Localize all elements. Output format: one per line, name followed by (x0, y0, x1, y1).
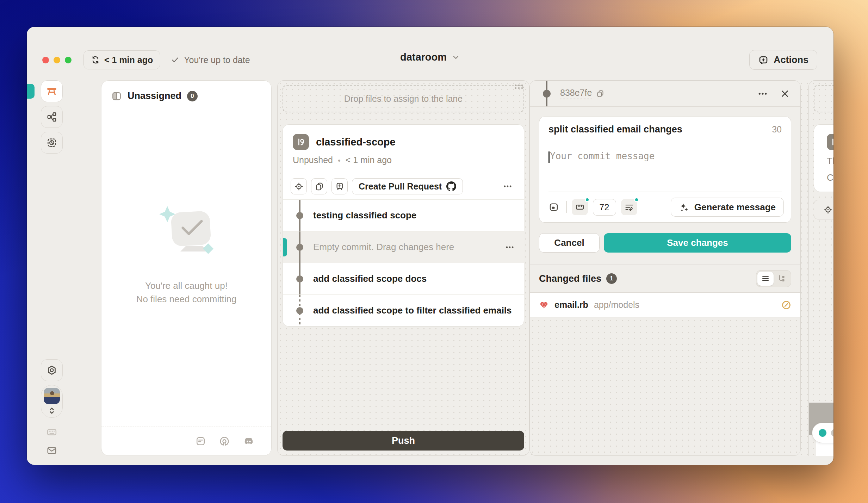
commit-title-input[interactable]: split classified email changes (548, 124, 682, 135)
commit-row[interactable]: add classified scope docs (283, 263, 524, 294)
drawer-header: 838e7fe (530, 81, 800, 107)
tree-view-button[interactable] (774, 272, 790, 286)
sync-button[interactable]: < 1 min ago (83, 50, 160, 69)
user-avatar (44, 388, 60, 404)
traffic-lights (42, 57, 72, 63)
commit-row[interactable]: testing classified scope (283, 199, 524, 231)
next-lane-dropzone[interactable] (814, 85, 833, 112)
cancel-button[interactable]: Cancel (539, 233, 600, 253)
workbench-icon (46, 86, 57, 97)
pager-dot-active[interactable] (819, 429, 826, 437)
selected-commit-indicator (283, 238, 287, 256)
minimize-window-button[interactable] (54, 57, 60, 63)
discord-icon[interactable] (243, 436, 254, 447)
next-lane-text: Th (827, 156, 833, 167)
commit-row[interactable]: add classified scope to filter classifie… (283, 294, 524, 326)
commit-message: add classified scope docs (313, 273, 427, 284)
rail-branches-button[interactable] (41, 106, 63, 128)
next-branch-card[interactable]: Th Cre (814, 124, 833, 192)
commit-row-empty[interactable]: Empty commit. Drag changes here (283, 231, 524, 263)
lane-pager (812, 423, 833, 443)
commit-message: Empty commit. Drag changes here (313, 242, 454, 253)
duplicate-branch-button[interactable] (311, 178, 327, 194)
ruler-toggle-button[interactable] (572, 199, 588, 215)
copy-sha-icon[interactable] (596, 89, 604, 98)
commit-message-input[interactable]: Your commit message (539, 142, 791, 192)
commit-message: testing classified scope (313, 210, 416, 221)
uptodate-status: You're up to date (171, 55, 250, 65)
enabled-indicator-dot (634, 197, 639, 202)
sync-label: < 1 min ago (104, 55, 153, 65)
main-area: Unassigned 0 You're all ca (27, 80, 833, 465)
branch-time: < 1 min ago (346, 155, 392, 165)
pager-dot[interactable] (831, 429, 833, 437)
commit-sha-link[interactable]: 838e7fe (560, 88, 592, 99)
actions-button[interactable]: Actions (749, 50, 817, 70)
changed-file-row[interactable]: email.rb app/models (530, 293, 800, 317)
dot-separator (338, 155, 341, 165)
lane-classified-scope: Drop files to assign to the lane classif (277, 80, 529, 456)
stacked-branch-button[interactable] (331, 178, 348, 194)
branch-status: Unpushed (293, 155, 333, 165)
close-drawer-icon[interactable] (780, 89, 790, 99)
project-name: dataroom (400, 51, 447, 63)
branch-card: classified-scope Unpushed < 1 min ago (283, 124, 524, 327)
feedback-mail-button[interactable] (41, 445, 63, 456)
next-lane-footer (816, 409, 833, 456)
sync-icon (91, 55, 100, 64)
drawer-body: split classified email changes 30 Your c… (530, 107, 800, 455)
next-lane-text: Cre (827, 172, 833, 183)
commit-message: add classified scope to filter classifie… (313, 305, 512, 316)
message-placeholder: Your commit message (550, 151, 655, 161)
commit-node (296, 244, 303, 251)
set-target-button[interactable] (291, 178, 307, 194)
changed-files-count-badge: 1 (606, 273, 617, 284)
generate-label: Generate message (694, 202, 776, 213)
keyboard-shortcuts-button[interactable] (41, 427, 63, 437)
uptodate-label: You're up to date (184, 55, 250, 65)
next-lane-target-button[interactable] (814, 200, 833, 219)
changelog-icon[interactable] (196, 436, 206, 446)
drawer-kebab-menu[interactable] (757, 88, 768, 99)
enabled-indicator-dot (585, 197, 590, 202)
sparkles-icon (679, 202, 689, 212)
commit-node (296, 212, 303, 219)
branch-kebab-menu[interactable] (503, 181, 516, 191)
wrap-text-button[interactable] (621, 199, 637, 215)
titlebar: < 1 min ago You're up to date dataroom (27, 27, 833, 80)
commit-kebab-menu[interactable] (505, 242, 515, 252)
changed-files-title: Changed files (539, 273, 601, 284)
workspace-target-indicator (27, 84, 35, 99)
history-icon (46, 137, 57, 148)
lane-drag-handle-icon[interactable] (514, 83, 524, 90)
close-window-button[interactable] (42, 57, 49, 63)
project-switcher[interactable]: dataroom (400, 51, 460, 63)
branch-header[interactable]: classified-scope Unpushed < 1 min ago (283, 125, 524, 173)
wrap-width-input[interactable] (593, 199, 616, 216)
push-button[interactable]: Push (283, 431, 524, 451)
save-changes-button[interactable]: Save changes (604, 233, 791, 253)
branch-name: classified-scope (316, 136, 396, 148)
open-source-icon[interactable] (219, 436, 230, 447)
modified-status-icon (781, 300, 791, 310)
rail-workspace-button[interactable] (41, 80, 63, 102)
branch-toolbar: Create Pull Request (283, 173, 524, 199)
zoom-window-button[interactable] (65, 57, 72, 63)
lane-dropzone[interactable]: Drop files to assign to the lane (283, 85, 524, 112)
empty-title: You're all caught up! (136, 279, 237, 293)
file-name: email.rb (554, 300, 588, 310)
rail-bottom (41, 359, 63, 456)
chevron-sort-icon (47, 406, 56, 415)
workspace-canvas: Drop files to assign to the lane classif (277, 80, 833, 456)
rail-settings-button[interactable] (41, 359, 63, 381)
editor-mode-button[interactable] (546, 200, 561, 215)
list-view-button[interactable] (757, 272, 774, 286)
rail-history-button[interactable] (41, 132, 63, 154)
generate-message-button[interactable]: Generate message (671, 198, 784, 217)
create-pull-request-button[interactable]: Create Pull Request (352, 178, 463, 194)
check-icon (171, 56, 179, 64)
text-caret (548, 151, 550, 163)
caught-up-illustration (153, 204, 219, 263)
account-switcher[interactable] (41, 385, 63, 418)
dropzone-hint: Drop files to assign to the lane (344, 94, 463, 104)
